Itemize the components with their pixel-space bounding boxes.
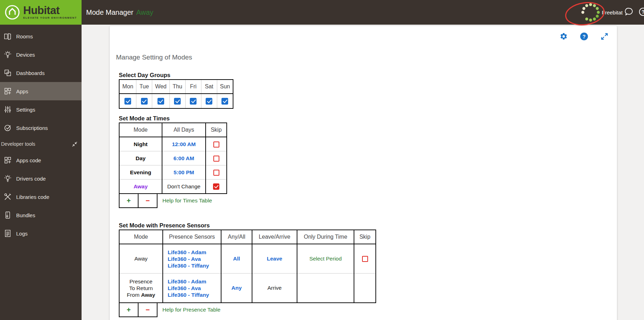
day-checkbox-wed[interactable] [157, 98, 164, 105]
sidebar-item-dashboards[interactable]: Dashboards [0, 64, 82, 82]
sensor-link[interactable]: Life360 - Adam [168, 278, 220, 285]
chat-icon[interactable] [624, 7, 634, 17]
sidebar-item-logs[interactable]: Logs [0, 224, 82, 243]
hubitat-logo-icon [4, 4, 20, 20]
time-link[interactable]: 5:00 PM [174, 169, 194, 175]
sidebar-item-devices[interactable]: Devices [0, 45, 82, 64]
times-table-actions: + − Help for Times Table [119, 193, 617, 208]
hub-name[interactable]: Freebitat [602, 0, 623, 25]
sidebar-section-developer-tools: Developer tools [0, 137, 82, 151]
col-all-days: All Days [162, 123, 206, 137]
svg-text:?: ? [642, 9, 644, 15]
leave-arrive-link[interactable]: Leave [267, 256, 282, 262]
sidebar-item-subscriptions[interactable]: Subscriptions [0, 119, 82, 137]
section-label: Developer tools [1, 141, 35, 147]
day-checkbox-row [119, 94, 233, 108]
sidebar-item-bundles[interactable]: Bundles [0, 206, 82, 224]
presence-add-remove: + − [119, 302, 157, 317]
col-presence-sensors: Presence Sensors [163, 230, 221, 244]
bundle-zip-icon [4, 211, 12, 219]
sliders-icon [4, 105, 12, 114]
sidebar-item-settings[interactable]: Settings [0, 100, 82, 119]
gear-icon[interactable] [560, 32, 568, 40]
sidebar-item-label: Libraries code [16, 194, 49, 200]
remove-row-button[interactable]: − [138, 303, 157, 317]
day-col: Mon [119, 80, 136, 94]
mode-label: Day [136, 155, 146, 161]
times-label: Set Mode at Times [119, 115, 617, 122]
time-value: Don't Change [167, 183, 200, 189]
sensor-link[interactable]: Life360 - Ava [168, 285, 220, 291]
day-col: Wed [152, 80, 170, 94]
col-skip: Skip [206, 123, 227, 137]
page-heading: Manage Setting of Modes [116, 54, 617, 61]
time-link[interactable]: 6:00 AM [174, 155, 194, 161]
day-col: Thu [169, 80, 185, 94]
day-col: Tue [136, 80, 152, 94]
mode-label: Night [134, 141, 148, 147]
skip-checkbox[interactable] [213, 183, 219, 190]
collapse-icon[interactable] [72, 142, 77, 147]
add-row-button[interactable]: + [119, 194, 138, 208]
col-mode: Mode [119, 123, 162, 137]
day-checkbox-sat[interactable] [206, 98, 212, 105]
svg-text:?: ? [582, 33, 586, 39]
sidebar-item-drivers-code[interactable]: Drivers code [0, 169, 82, 188]
col-skip: Skip [354, 230, 376, 244]
tools-icon [4, 193, 12, 201]
sidebar-item-label: Apps code [16, 157, 41, 163]
presence-row-away: Away Life360 - Adam Life360 - Ava Life36… [119, 244, 376, 274]
times-help-link[interactable]: Help for Times Table [162, 197, 212, 204]
any-all-link[interactable]: All [233, 256, 240, 262]
brand-tagline: ELEVATE YOUR ENVIRONMENT [23, 16, 77, 19]
remove-row-button[interactable]: − [138, 194, 157, 208]
col-leave-arrive: Leave/Arrive [252, 230, 297, 244]
sidebar-item-apps-code[interactable]: Apps code [0, 151, 82, 169]
dashboards-icon [4, 69, 12, 77]
time-link[interactable]: 12:00 AM [172, 141, 195, 147]
sensor-links: Life360 - Adam Life360 - Ava Life360 - T… [163, 244, 221, 274]
day-header-row: Mon Tue Wed Thu Fri Sat Sun [119, 80, 233, 94]
presence-help-link[interactable]: Help for Presence Table [162, 307, 220, 313]
sensor-link[interactable]: Life360 - Ava [168, 256, 220, 262]
presence-label: Set Mode with Presence Sensors [119, 222, 617, 229]
hubitat-logo[interactable]: Hubitat ELEVATE YOUR ENVIRONMENT [0, 0, 82, 25]
leave-arrive-value: Arrive [268, 285, 282, 291]
day-col: Sat [201, 80, 217, 94]
times-row-evening: Evening 5:00 PM [119, 165, 227, 180]
day-checkbox-thu[interactable] [174, 98, 181, 105]
times-row-night: Night 12:00 AM [119, 137, 227, 151]
sidebar-item-label: Rooms [16, 33, 33, 39]
skip-checkbox[interactable] [362, 256, 368, 262]
col-only-during-time: Only During Time [297, 230, 354, 244]
sensor-links: Life360 - Adam Life360 - Ava Life360 - T… [163, 274, 221, 303]
any-all-link[interactable]: Any [231, 285, 242, 291]
help-circle-icon[interactable]: ? [580, 32, 588, 40]
day-checkbox-tue[interactable] [141, 98, 148, 105]
sensor-link[interactable]: Life360 - Adam [168, 249, 220, 256]
day-checkbox-fri[interactable] [190, 98, 197, 105]
times-row-away: Away Don't Change [119, 180, 227, 194]
sidebar: Rooms Devices Dashboards Apps Settings [0, 25, 82, 320]
expand-icon[interactable] [600, 32, 608, 40]
skip-checkbox[interactable] [213, 142, 219, 148]
presence-header-row: Mode Presence Sensors Any/All Leave/Arri… [119, 230, 376, 244]
sidebar-item-libraries-code[interactable]: Libraries code [0, 188, 82, 206]
log-document-icon [4, 229, 12, 238]
day-checkbox-sun[interactable] [221, 98, 228, 105]
mode-label: Away [134, 256, 148, 262]
sensor-link[interactable]: Life360 - Tiffany [168, 262, 220, 269]
select-period-link[interactable]: Select Period [309, 256, 342, 262]
sensor-link[interactable]: Life360 - Tiffany [168, 291, 220, 298]
sidebar-item-label: Drivers code [16, 176, 46, 182]
sidebar-item-rooms[interactable]: Rooms [0, 27, 82, 45]
skip-checkbox[interactable] [213, 170, 219, 176]
skip-checkbox[interactable] [213, 156, 219, 162]
sidebar-item-apps[interactable]: Apps [0, 82, 82, 100]
app-card: ? Manage Setting of Modes Select Day Gro… [110, 26, 617, 320]
help-icon[interactable]: ? [638, 7, 644, 17]
sidebar-item-label: Devices [16, 52, 35, 58]
day-groups-label: Select Day Groups [119, 72, 617, 79]
add-row-button[interactable]: + [119, 303, 138, 317]
day-checkbox-mon[interactable] [124, 98, 131, 105]
